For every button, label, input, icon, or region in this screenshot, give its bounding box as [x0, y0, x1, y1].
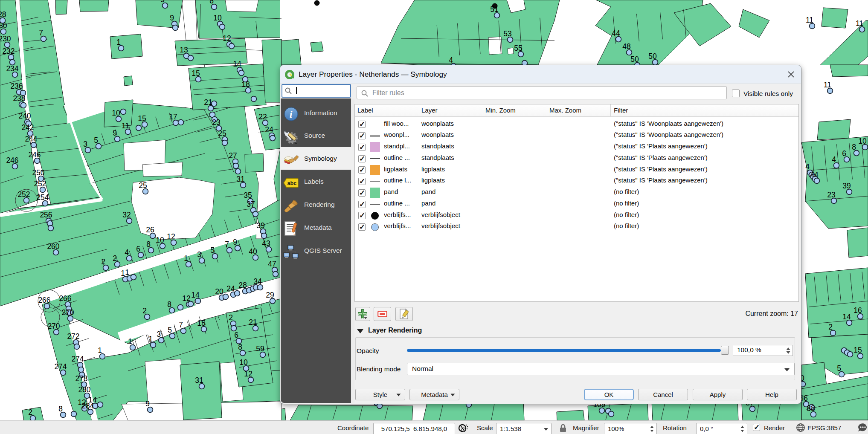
svg-text:55: 55: [514, 44, 522, 52]
svg-text:12: 12: [78, 398, 86, 407]
svg-text:20: 20: [215, 287, 224, 296]
svg-text:232: 232: [2, 47, 15, 55]
svg-text:3: 3: [83, 140, 87, 148]
svg-text:44: 44: [612, 29, 620, 38]
svg-text:254: 254: [36, 193, 49, 202]
svg-text:238: 238: [13, 94, 25, 103]
svg-text:10: 10: [239, 358, 248, 367]
svg-text:274: 274: [71, 355, 84, 363]
svg-text:abc: abc: [287, 180, 297, 186]
svg-text:2: 2: [229, 313, 233, 322]
svg-text:34: 34: [253, 277, 262, 286]
svg-text:2: 2: [28, 408, 32, 417]
svg-text:26: 26: [146, 226, 154, 234]
svg-text:14: 14: [88, 396, 97, 404]
svg-text:21: 21: [204, 98, 212, 107]
svg-text:22: 22: [258, 113, 267, 121]
svg-text:7: 7: [39, 29, 43, 37]
svg-text:6: 6: [842, 149, 846, 158]
svg-text:48: 48: [622, 42, 630, 51]
svg-text:2: 2: [142, 307, 147, 315]
svg-text:234: 234: [6, 64, 18, 73]
svg-text:24: 24: [226, 284, 235, 293]
svg-text:28: 28: [238, 281, 247, 289]
svg-text:23: 23: [827, 191, 835, 199]
svg-text:16: 16: [853, 306, 862, 315]
svg-text:240: 240: [18, 112, 31, 120]
svg-text:37: 37: [247, 200, 255, 208]
svg-text:32: 32: [122, 211, 131, 219]
svg-text:252: 252: [17, 190, 30, 199]
svg-text:246: 246: [28, 150, 41, 159]
svg-text:236: 236: [10, 82, 23, 90]
svg-text:1: 1: [184, 254, 188, 263]
svg-text:31: 31: [195, 376, 203, 385]
svg-text:8: 8: [167, 300, 171, 309]
svg-text:10: 10: [112, 109, 120, 117]
svg-text:88: 88: [807, 404, 815, 413]
svg-text:39: 39: [256, 221, 264, 230]
svg-text:5: 5: [94, 136, 98, 145]
svg-text:3: 3: [197, 250, 201, 259]
svg-text:1: 1: [121, 269, 125, 278]
svg-text:4: 4: [832, 155, 836, 164]
svg-text:1: 1: [98, 346, 102, 355]
svg-text:5: 5: [837, 364, 841, 373]
svg-text:11: 11: [806, 16, 813, 24]
svg-text:10: 10: [858, 137, 867, 145]
svg-text:35: 35: [244, 191, 252, 200]
svg-text:278: 278: [75, 374, 87, 383]
svg-text:51: 51: [490, 5, 498, 14]
svg-text:14: 14: [191, 291, 200, 299]
svg-text:i: i: [289, 109, 292, 120]
svg-text:2: 2: [828, 323, 833, 331]
svg-text:12: 12: [223, 34, 231, 43]
svg-text:2: 2: [101, 258, 105, 266]
svg-text:18: 18: [241, 80, 250, 89]
svg-text:2: 2: [113, 254, 117, 263]
svg-text:270: 270: [61, 308, 74, 317]
svg-text:3: 3: [157, 330, 161, 339]
svg-text:1: 1: [116, 38, 121, 46]
svg-text:8: 8: [852, 143, 856, 151]
svg-text:15: 15: [197, 319, 205, 327]
svg-text:10: 10: [156, 236, 164, 244]
svg-text:5: 5: [210, 246, 215, 255]
svg-text:23: 23: [212, 118, 220, 127]
svg-text:15: 15: [192, 69, 200, 78]
svg-text:256: 256: [40, 211, 52, 219]
svg-text:13: 13: [180, 46, 188, 54]
svg-text:244: 244: [25, 135, 37, 143]
svg-text:7: 7: [179, 321, 183, 329]
svg-text:59: 59: [256, 344, 264, 353]
svg-text:50: 50: [630, 55, 639, 64]
svg-text:266: 266: [59, 294, 71, 303]
svg-text:8: 8: [58, 405, 63, 413]
svg-text:40: 40: [249, 247, 257, 256]
svg-text:1: 1: [148, 335, 153, 343]
svg-text:246: 246: [6, 156, 18, 165]
svg-text:47: 47: [268, 260, 276, 268]
svg-text:280: 280: [78, 385, 90, 394]
svg-text:4: 4: [449, 56, 453, 64]
svg-text:250: 250: [32, 168, 44, 177]
svg-text:53: 53: [503, 29, 511, 38]
svg-text:266: 266: [38, 296, 50, 304]
svg-text:272: 272: [67, 332, 79, 341]
svg-text:43: 43: [262, 239, 270, 248]
svg-text:274: 274: [54, 362, 67, 371]
svg-text:9: 9: [233, 238, 237, 246]
svg-text:31: 31: [236, 175, 244, 183]
svg-text:9: 9: [113, 129, 117, 137]
svg-text:15: 15: [138, 114, 146, 123]
svg-text:230: 230: [0, 35, 11, 43]
svg-text:7: 7: [225, 240, 229, 249]
svg-text:12: 12: [244, 370, 252, 378]
svg-text:10: 10: [213, 14, 222, 22]
svg-text:25: 25: [139, 181, 147, 190]
svg-text:4: 4: [125, 248, 129, 257]
svg-text:8: 8: [238, 343, 242, 351]
svg-text:11: 11: [122, 122, 129, 130]
svg-text:11: 11: [824, 81, 831, 89]
svg-text:5: 5: [168, 326, 172, 334]
